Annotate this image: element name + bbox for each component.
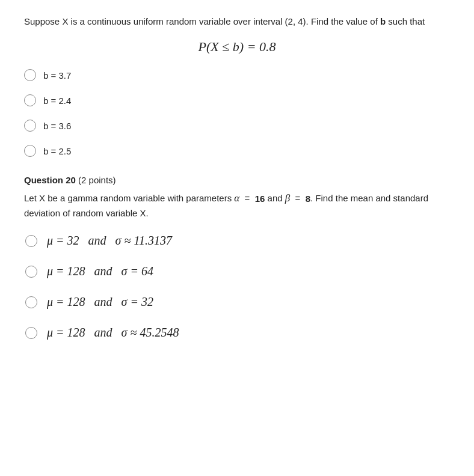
q19-label-c: b = 3.6 bbox=[43, 121, 71, 131]
q19-radio-a[interactable] bbox=[24, 69, 36, 81]
q19-label-d: b = 2.5 bbox=[43, 146, 71, 156]
q20-option-d[interactable]: μ = 128 and σ ≈ 45.2548 bbox=[24, 326, 450, 340]
q19-option-a[interactable]: b = 3.7 bbox=[24, 69, 450, 81]
question20-number: Question 20 bbox=[24, 175, 76, 185]
q20-option-a[interactable]: μ = 32 and σ ≈ 11.3137 bbox=[24, 234, 450, 248]
q20-formula-a: μ = 32 and σ ≈ 11.3137 bbox=[47, 234, 172, 248]
q19-option-c[interactable]: b = 3.6 bbox=[24, 120, 450, 132]
alpha-symbol: α bbox=[234, 192, 239, 204]
question19-options: b = 3.7 b = 2.4 b = 3.6 b = 2.5 bbox=[24, 69, 450, 157]
q19-radio-c[interactable] bbox=[24, 120, 36, 132]
bold-b: b bbox=[380, 16, 386, 26]
equals1: = bbox=[239, 193, 254, 203]
q19-option-d[interactable]: b = 2.5 bbox=[24, 145, 450, 157]
q20-formula-c: μ = 128 and σ = 32 bbox=[47, 295, 153, 309]
question19-intro-text: Suppose X is a continuous uniform random… bbox=[24, 16, 425, 26]
q20-option-b[interactable]: μ = 128 and σ = 64 bbox=[24, 264, 450, 278]
alpha-value: 16 bbox=[255, 194, 265, 204]
q20-formula-b: μ = 128 and σ = 64 bbox=[47, 264, 153, 278]
question20-header: Question 20 (2 points) bbox=[24, 175, 450, 185]
question20-points: (2 points) bbox=[78, 175, 116, 185]
q20-radio-b[interactable] bbox=[25, 266, 37, 278]
beta-value: 8 bbox=[306, 194, 310, 204]
question20-options: μ = 32 and σ ≈ 11.3137 μ = 128 and σ = 6… bbox=[24, 234, 450, 340]
question19-intro: Suppose X is a continuous uniform random… bbox=[24, 14, 450, 28]
question20-body-text: Let X be a gamma random variable with pa… bbox=[24, 193, 234, 203]
q20-radio-c[interactable] bbox=[25, 296, 37, 308]
beta-symbol: β bbox=[285, 192, 290, 204]
q19-label-b: b = 2.4 bbox=[43, 96, 71, 106]
question19-formula: P(X ≤ b) = 0.8 bbox=[24, 39, 450, 55]
q19-option-b[interactable]: b = 2.4 bbox=[24, 94, 450, 106]
q19-label-a: b = 3.7 bbox=[43, 70, 71, 81]
question20-body: Let X be a gamma random variable with pa… bbox=[24, 190, 450, 221]
q20-radio-d[interactable] bbox=[25, 327, 37, 339]
q19-radio-d[interactable] bbox=[24, 145, 36, 157]
q20-radio-a[interactable] bbox=[25, 235, 37, 247]
q19-radio-b[interactable] bbox=[24, 94, 36, 106]
equals2: = bbox=[290, 193, 305, 203]
q20-formula-d: μ = 128 and σ ≈ 45.2548 bbox=[47, 326, 179, 340]
and-beta: and bbox=[265, 193, 285, 203]
q20-option-c[interactable]: μ = 128 and σ = 32 bbox=[24, 295, 450, 309]
